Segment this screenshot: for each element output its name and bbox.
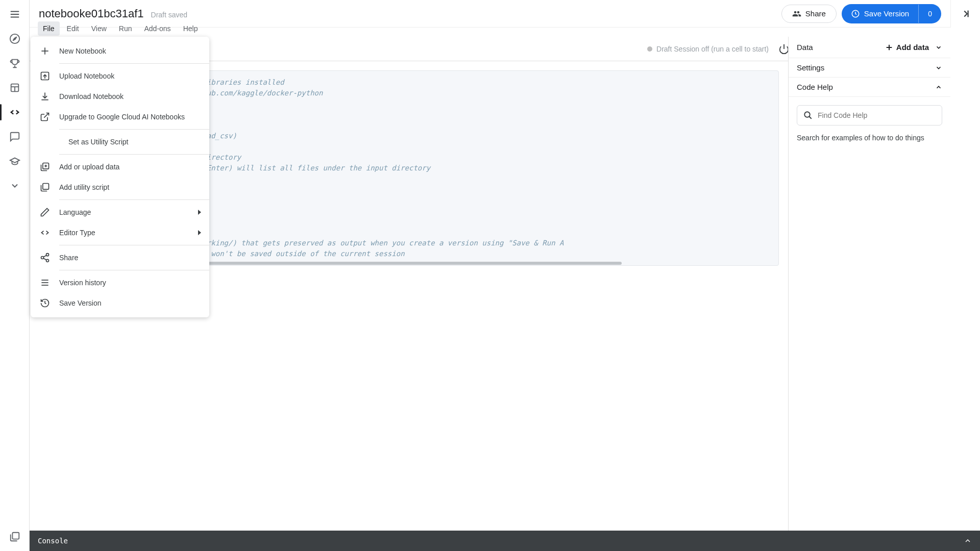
file-menu-upload-notebook[interactable]: Upload Notebook <box>31 66 209 86</box>
menu-item-label: Add or upload data <box>59 163 119 171</box>
chevron-up-icon <box>964 537 972 545</box>
menu-item-label: New Notebook <box>59 47 106 55</box>
chevron-up-icon <box>935 84 942 91</box>
menu-toggle-button[interactable] <box>5 4 25 24</box>
plus-icon <box>40 46 50 56</box>
settings-section-header[interactable]: Settings <box>789 58 950 78</box>
chevron-down-icon <box>10 181 20 191</box>
code-help-section-header[interactable]: Code Help <box>789 78 950 97</box>
code-brackets-icon <box>40 228 50 238</box>
menu-item-label: Add utility script <box>59 183 109 191</box>
menu-addons[interactable]: Add-ons <box>139 21 176 36</box>
file-menu-language[interactable]: Language <box>31 202 209 222</box>
nav-table-button[interactable] <box>5 78 25 98</box>
compass-icon <box>9 33 20 44</box>
data-section-label: Data <box>797 43 813 52</box>
menu-help[interactable]: Help <box>178 21 203 36</box>
menu-separator <box>59 63 209 64</box>
trophy-icon <box>9 58 20 69</box>
menu-item-label: Share <box>59 254 78 262</box>
share-nodes-icon <box>40 253 50 263</box>
left-nav-rail <box>0 0 30 551</box>
svg-rect-8 <box>12 533 19 539</box>
menu-separator <box>59 245 209 245</box>
svg-point-29 <box>46 259 49 262</box>
graduation-cap-icon <box>9 156 20 167</box>
search-icon <box>803 111 813 120</box>
file-menu-upgrade-gcloud[interactable]: Upgrade to Google Cloud AI Notebooks <box>31 107 209 127</box>
console-bar[interactable]: Console <box>30 531 980 551</box>
svg-line-30 <box>43 255 46 257</box>
code-help-section-label: Code Help <box>797 83 833 91</box>
svg-point-28 <box>41 257 44 259</box>
nav-collapse-button[interactable] <box>5 176 25 196</box>
cloud-save-icon <box>851 9 860 18</box>
session-status-text: Draft Session off (run a cell to start) <box>656 45 769 53</box>
hamburger-icon <box>9 9 20 20</box>
nav-compass-button[interactable] <box>5 29 25 49</box>
svg-rect-24 <box>43 184 49 190</box>
stack-icon <box>9 531 20 542</box>
file-menu-set-utility-script[interactable]: Set as Utility Script <box>31 132 209 152</box>
file-menu-download-notebook[interactable]: Download Notebook <box>31 86 209 107</box>
download-icon <box>40 91 50 102</box>
svg-line-38 <box>809 116 812 119</box>
share-button-label: Share <box>805 9 826 18</box>
data-section-header[interactable]: Data Add data <box>789 37 950 58</box>
svg-marker-4 <box>13 37 16 40</box>
code-help-hint: Search for examples of how to do things <box>789 134 950 142</box>
menu-bar: File Edit View Run Add-ons Help <box>30 20 980 37</box>
table-icon <box>9 82 20 93</box>
nav-discussion-button[interactable] <box>5 127 25 147</box>
menu-edit[interactable]: Edit <box>62 21 84 36</box>
svg-point-37 <box>804 112 810 117</box>
file-menu-version-history[interactable]: Version history <box>31 272 209 293</box>
file-menu-dropdown: New Notebook Upload Notebook Download No… <box>31 37 209 317</box>
nav-active-events-button[interactable] <box>5 527 25 547</box>
svg-marker-25 <box>198 210 201 215</box>
history-icon <box>40 298 50 308</box>
nav-code-button[interactable] <box>5 102 25 122</box>
session-status: Draft Session off (run a cell to start) <box>647 45 769 53</box>
panel-collapse-icon <box>960 8 971 19</box>
menu-view[interactable]: View <box>86 21 112 36</box>
menu-separator <box>59 199 209 200</box>
file-menu-add-utility-script[interactable]: Add utility script <box>31 177 209 197</box>
session-status-dot-icon <box>647 46 652 52</box>
file-menu-new-notebook[interactable]: New Notebook <box>31 41 209 61</box>
menu-item-label: Language <box>59 208 91 216</box>
menu-file[interactable]: File <box>38 21 60 36</box>
library-add-icon <box>40 162 50 172</box>
pencil-icon <box>40 207 50 217</box>
console-label: Console <box>38 537 68 545</box>
library-icon <box>40 182 50 192</box>
plus-icon <box>885 43 893 52</box>
code-icon <box>9 107 20 118</box>
menu-separator <box>59 154 209 155</box>
file-menu-add-data[interactable]: Add or upload data <box>31 157 209 177</box>
menu-item-label: Save Version <box>59 299 102 307</box>
svg-point-27 <box>46 254 49 256</box>
svg-line-31 <box>43 258 46 260</box>
draft-status-label: Draft saved <box>151 11 188 19</box>
file-menu-share[interactable]: Share <box>31 247 209 268</box>
nav-trophy-button[interactable] <box>5 53 25 73</box>
list-icon <box>40 278 50 288</box>
menu-separator <box>59 129 209 130</box>
file-menu-editor-type[interactable]: Editor Type <box>31 222 209 243</box>
code-help-search[interactable] <box>797 105 942 126</box>
notebook-title[interactable]: notebooke01bc31af1 <box>39 7 144 20</box>
settings-section-label: Settings <box>797 63 824 72</box>
file-menu-save-version[interactable]: Save Version <box>31 293 209 313</box>
menu-run[interactable]: Run <box>114 21 137 36</box>
menu-separator <box>59 270 209 270</box>
right-panel: Data Add data Settings Code Help Search … <box>788 37 950 551</box>
menu-item-label: Download Notebook <box>59 92 124 101</box>
nav-learn-button[interactable] <box>5 151 25 171</box>
code-help-search-input[interactable] <box>818 111 936 119</box>
save-version-label: Save Version <box>864 9 909 18</box>
console-expand-button[interactable] <box>964 537 972 545</box>
chat-icon <box>9 131 20 142</box>
open-external-icon <box>40 112 50 122</box>
upload-box-icon <box>40 71 50 81</box>
